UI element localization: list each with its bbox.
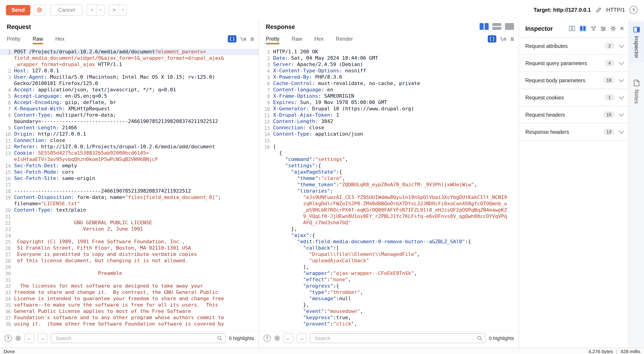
code-line[interactable]: filename="LICENSE.txt" xyxy=(0,201,258,207)
code-line[interactable]: 14Content-Type: application/json xyxy=(259,131,518,138)
inspector-section-request-attributes[interactable]: Request attributes2 xyxy=(519,37,628,55)
code-line[interactable]: 17 xyxy=(0,182,258,188)
code-line[interactable]: 15Sec-Fetch-Mode: cors xyxy=(0,169,258,176)
edit-target-pencil-icon[interactable] xyxy=(595,7,602,13)
code-line[interactable]: 13Cookie: SESS05d4275ca1538832b5ab92000b… xyxy=(0,150,258,157)
request-editor[interactable]: 1POST /Projects/drupal-10.2.6/media/add/… xyxy=(0,48,258,328)
code-line[interactable]: 18-----------------------------246619078… xyxy=(0,188,258,194)
response-search-input[interactable] xyxy=(314,335,477,341)
show-newlines-icon[interactable]: \n xyxy=(500,36,506,42)
history-back-dropdown[interactable]: ▾ xyxy=(97,5,104,15)
filter-icon[interactable] xyxy=(590,25,596,31)
code-line[interactable]: 21 xyxy=(0,213,258,220)
code-line[interactable]: "Drupal\\file\\Element\\ManagedFile", xyxy=(259,251,518,258)
code-line[interactable]: "keypress":true, xyxy=(259,315,518,321)
code-line[interactable]: 32 The licenses for most software are de… xyxy=(0,283,258,289)
code-line[interactable]: 29 xyxy=(0,264,258,270)
code-line[interactable]: "wrapper":"ajax-wrapper--CFoEkE9TnSk", xyxy=(259,270,518,277)
code-line[interactable]: 20Content-Type: text/plain xyxy=(0,207,258,213)
inspector-view-columns-icon[interactable] xyxy=(578,25,587,32)
inspector-view-single-icon[interactable] xyxy=(568,26,575,31)
code-line[interactable]: "ajax":{ xyxy=(259,232,518,239)
code-line[interactable]: "theme_token":"ZQDBULqR8_eypZ8eA78_8azcT… xyxy=(259,182,518,188)
side-tab-inspector[interactable]: Inspector xyxy=(629,23,644,63)
code-line[interactable]: Gecko/20100101 Firefox/125.0 xyxy=(0,80,258,87)
code-line[interactable]: 9_VQqLf0-JjUEwn8U1ov0EY_rZPBLJ1Yc7KLFsfq… xyxy=(259,213,518,220)
code-line[interactable]: 2Host: 127.0.0.1 xyxy=(0,68,258,74)
code-line[interactable]: field_media_document/widget/0&ajax_form=… xyxy=(0,55,258,61)
code-line[interactable]: "prevent":"click", xyxy=(259,321,518,327)
code-line[interactable]: "message":null xyxy=(259,296,518,302)
search-help-icon[interactable]: ? xyxy=(264,335,271,342)
code-line[interactable]: 12Referer: http://127.0.0.1/Projects/dru… xyxy=(0,144,258,150)
code-line[interactable]: 16Sec-Fetch-Site: same-origin xyxy=(0,176,258,182)
inspector-section-request-query-parameters[interactable]: Request query parameters4 xyxy=(519,55,628,72)
tab-pretty[interactable]: Pretty xyxy=(266,33,280,44)
code-line[interactable]: 16[ xyxy=(259,144,518,150)
code-line[interactable]: "edit-field-media-document-0-remove-butt… xyxy=(259,239,518,245)
code-line[interactable]: "progress":{ xyxy=(259,283,518,289)
code-line[interactable]: 6Cache-Control: must-revalidate, no-cach… xyxy=(259,80,518,87)
code-line[interactable]: 3User-Agent: Mozilla/5.0 (Macintosh; Int… xyxy=(0,74,258,80)
code-line[interactable]: zqRlkgDdlcFWZoISJP8-ZM40dBBQoOrbX7DYsLJ2… xyxy=(259,201,518,207)
side-tab-notes[interactable]: Notes xyxy=(629,75,644,108)
inspector-section-request-cookies[interactable]: Request cookies1 xyxy=(519,89,628,106)
response-editor[interactable]: 1HTTP/1.1 200 OK2Date: Sat, 04 May 2024 … xyxy=(259,48,518,328)
show-newlines-icon[interactable]: \n xyxy=(240,36,246,42)
editor-menu-icon[interactable]: ≡ xyxy=(510,36,514,42)
code-line[interactable]: 6Accept-Encoding: gzip, deflate, br xyxy=(0,99,258,106)
sliders-icon[interactable] xyxy=(600,25,606,31)
code-line[interactable]: 34License is intended to guarantee your … xyxy=(0,296,258,302)
code-line[interactable]: 8Content-Type: multipart/form-data; xyxy=(0,112,258,118)
code-line[interactable]: 4Accept: application/json, text/javascri… xyxy=(0,87,258,93)
tab-hex[interactable]: Hex xyxy=(55,33,64,44)
code-line[interactable]: "command":"settings", xyxy=(259,157,518,163)
code-line[interactable]: 27 Everyone is permitted to copy and dis… xyxy=(0,251,258,258)
code-line[interactable]: 35software--to make sure the software is… xyxy=(0,302,258,308)
layout-columns-button[interactable] xyxy=(480,23,489,30)
code-line[interactable]: 4X-Content-Type-Options: nosniff xyxy=(259,68,518,74)
history-forward-dropdown[interactable]: ▾ xyxy=(119,5,126,15)
code-line[interactable]: 26 51 Franklin Street, Fifth Floor, Bost… xyxy=(0,245,258,251)
code-line[interactable]: 24 xyxy=(0,232,258,239)
inspector-section-response-headers[interactable]: Response headers13 xyxy=(519,123,628,141)
syntax-highlight-icon[interactable] xyxy=(228,35,236,42)
code-line[interactable]: 37Foundation's software and to any other… xyxy=(0,315,258,321)
code-line[interactable]: 1POST /Projects/drupal-10.2.6/media/add/… xyxy=(0,49,258,55)
inspector-settings-gear-icon[interactable] xyxy=(610,25,616,32)
inspector-section-request-body-parameters[interactable]: Request body parameters18 xyxy=(519,72,628,89)
search-prev-button[interactable]: ← xyxy=(24,333,34,343)
search-next-button[interactable]: → xyxy=(38,333,48,343)
code-line[interactable]: ], xyxy=(259,264,518,270)
send-button[interactable]: Send xyxy=(6,5,30,15)
http-version-selector[interactable]: HTTP/1 xyxy=(606,7,625,13)
layout-rows-button[interactable] xyxy=(492,23,501,30)
code-line[interactable]: 5Accept-Language: en-US,en;q=0.5 xyxy=(0,93,258,99)
code-line[interactable]: 38using it. (Some other Free Software Fo… xyxy=(0,321,258,327)
code-line[interactable]: 2Date: Sat, 04 May 2024 18:44:06 GMT xyxy=(259,55,518,61)
code-line[interactable]: "type":"throbber", xyxy=(259,289,518,296)
code-line[interactable]: 31 xyxy=(0,277,258,283)
code-line[interactable]: 9Expires: Sun, 19 Nov 1978 05:00:00 GMT xyxy=(259,99,518,106)
code-line[interactable]: 11Connection: close xyxy=(0,138,258,144)
code-line[interactable]: _wrapper_format=drupal_ajax HTTP/1.1 xyxy=(0,61,258,68)
request-search-input[interactable] xyxy=(55,335,217,341)
code-line[interactable]: AFQ_c7md3shm7bQ" xyxy=(259,220,518,226)
code-line[interactable]: "settings":{ xyxy=(259,163,518,169)
code-line[interactable]: 10X-Generator: Drupal 10 (https://www.dr… xyxy=(259,106,518,112)
code-line[interactable]: 12Content-Length: 3842 xyxy=(259,118,518,125)
tab-pretty[interactable]: Pretty xyxy=(7,33,20,44)
tab-hex[interactable]: Hex xyxy=(314,33,324,44)
code-line[interactable]: 14Sec-Fetch-Dest: empty xyxy=(0,163,258,169)
code-line[interactable]: 11X-Drupal-Ajax-Token: 1 xyxy=(259,112,518,118)
help-icon[interactable]: ? xyxy=(630,6,638,14)
code-line[interactable]: 7X-Requested-With: XMLHttpRequest xyxy=(0,106,258,112)
code-line[interactable]: }, xyxy=(259,302,518,308)
inspector-close-icon[interactable]: × xyxy=(620,25,624,32)
code-line[interactable]: 15 xyxy=(259,138,518,144)
code-line[interactable]: 13Connection: close xyxy=(259,125,518,131)
cancel-button[interactable]: Cancel xyxy=(50,4,83,15)
search-help-icon[interactable]: ? xyxy=(4,335,12,342)
tab-render[interactable]: Render xyxy=(336,33,353,44)
code-line[interactable]: 36General Public License applies to most… xyxy=(0,308,258,315)
